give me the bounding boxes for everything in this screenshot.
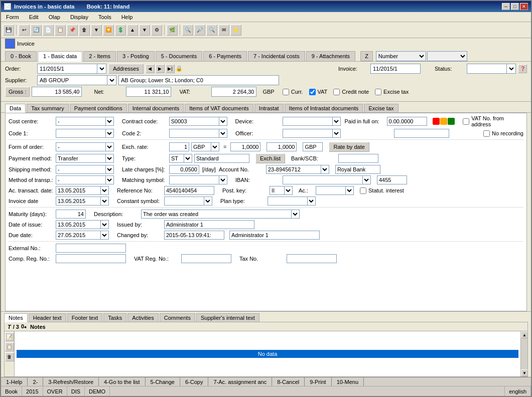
order-input[interactable]	[37, 64, 97, 74]
status-select[interactable]: ▼	[507, 64, 516, 74]
constant-symbol-input[interactable]	[164, 196, 204, 206]
payment-method-input[interactable]	[56, 154, 106, 163]
gross-input[interactable]	[32, 87, 82, 97]
data-tab-vat-items[interactable]: Items of VAT documents	[185, 104, 253, 112]
type-code-select[interactable]: ▼	[184, 154, 192, 163]
tb-new[interactable]: 📄	[43, 25, 54, 36]
tab-attachments[interactable]: 9 - Attachments	[306, 51, 355, 61]
matching-select[interactable]: ▼	[219, 175, 227, 184]
type-value-input[interactable]	[194, 154, 249, 163]
net-input[interactable]	[126, 87, 171, 97]
func-print[interactable]: 9-Print	[305, 377, 331, 386]
iban-select[interactable]: ▼	[363, 175, 371, 184]
issued-by-input[interactable]	[164, 220, 254, 229]
ac-transact-select[interactable]: ▼	[101, 186, 109, 195]
order-select[interactable]: ▼	[97, 64, 106, 74]
credit-note-checkbox[interactable]	[333, 89, 340, 95]
notes-btn1[interactable]: 📝	[5, 332, 14, 341]
invoice-date-input[interactable]	[56, 196, 101, 206]
scroll-down-button[interactable]: ▼	[521, 369, 528, 376]
exch-currency-input[interactable]	[191, 142, 211, 151]
rate-currency-input[interactable]	[303, 142, 323, 151]
date-issue-select[interactable]: ▼	[101, 220, 109, 229]
status-input[interactable]	[467, 64, 507, 74]
notes-tab-supplier-text[interactable]: Supplier's internal text	[196, 313, 259, 322]
invoice-date-select[interactable]: ▼	[101, 196, 109, 206]
mini-btn3[interactable]: ▶|	[166, 64, 175, 73]
tb-delete[interactable]: 🗑	[79, 25, 90, 36]
contract-code-input[interactable]	[169, 117, 219, 126]
rate1-input[interactable]	[230, 142, 260, 151]
transp-input[interactable]	[56, 175, 106, 184]
code1-select[interactable]: ▼	[106, 129, 114, 138]
curr-checkbox[interactable]	[283, 89, 289, 95]
rate-by-date-button[interactable]: Rate by date	[329, 142, 369, 152]
tb-search1[interactable]: 🔍	[182, 25, 193, 36]
tb-star[interactable]: ⭐	[230, 25, 241, 36]
tb-search2[interactable]: 🔎	[194, 25, 205, 36]
supplier-input[interactable]	[37, 75, 107, 85]
tab-basic-data[interactable]: 1 - Basic data	[38, 51, 82, 62]
no-recording-checkbox[interactable]	[483, 130, 490, 137]
code1-input[interactable]	[56, 129, 106, 138]
mini-btn1[interactable]: ◀	[146, 64, 155, 73]
gross-button[interactable]: Gross :	[5, 87, 30, 97]
menu-edit[interactable]: Edit	[26, 14, 42, 21]
tab-book[interactable]: 0 - Book	[5, 51, 37, 61]
post-key-input[interactable]	[270, 186, 285, 195]
code2-input[interactable]	[169, 129, 219, 138]
notes-btn2[interactable]: 📋	[5, 342, 14, 351]
tb-filter[interactable]: ▼	[91, 25, 102, 36]
comp-reg-input[interactable]	[56, 254, 126, 263]
changed-by-input[interactable]	[229, 231, 320, 240]
paid-in-full-input[interactable]	[387, 117, 427, 126]
tab-posting[interactable]: 3 - Posting	[117, 51, 155, 61]
exch-rate-input[interactable]	[169, 142, 189, 151]
tax-no-input[interactable]	[287, 254, 337, 263]
statut-interest-checkbox[interactable]	[360, 187, 366, 194]
data-tab-data[interactable]: Data	[5, 104, 26, 113]
notes-btn3[interactable]: 🗑	[5, 352, 14, 361]
tab-z[interactable]: Z	[360, 51, 373, 61]
ac-input[interactable]	[316, 186, 346, 195]
plan-type-input[interactable]	[268, 196, 308, 206]
menu-form[interactable]: Form	[3, 14, 22, 21]
vat-checkbox[interactable]	[309, 89, 316, 95]
tb-filter2[interactable]: 🔽	[103, 25, 114, 36]
shipping-select[interactable]: ▼	[106, 165, 114, 174]
func-help[interactable]: 1-Help	[1, 377, 28, 386]
iban-value-input[interactable]	[377, 175, 407, 184]
contract-code-select[interactable]: ▼	[219, 117, 227, 126]
tab-documents[interactable]: 5 - Documents	[156, 51, 203, 61]
exch-currency-select[interactable]: ▼	[211, 142, 219, 151]
maturity-input[interactable]	[56, 210, 86, 219]
maximize-button[interactable]: □	[511, 3, 519, 10]
scroll-up-button[interactable]: ▲	[521, 331, 528, 338]
supplier-select[interactable]: ▼	[107, 75, 116, 85]
device-select[interactable]: ▼	[333, 117, 341, 126]
func-ac-assignment[interactable]: 7-Ac. assignment anc	[208, 377, 272, 386]
matching-input[interactable]	[169, 175, 219, 184]
notes-tab-comments[interactable]: Comments	[160, 313, 195, 322]
tb-copy[interactable]: 📋	[55, 25, 66, 36]
func-cancel[interactable]: 8-Cancel	[272, 377, 305, 386]
iban-input[interactable]	[283, 175, 363, 184]
menu-olap[interactable]: Olap	[46, 14, 63, 21]
due-date-input[interactable]	[56, 231, 101, 240]
description-select[interactable]: ▼	[292, 210, 300, 219]
reference-no-input[interactable]	[164, 186, 214, 195]
addresses-button[interactable]: Addresses	[108, 64, 144, 74]
ac-select[interactable]: ▼	[346, 186, 354, 195]
notes-tab-notes[interactable]: Notes	[4, 313, 28, 322]
data-tab-intrastat-items[interactable]: Items of Intrastat documents	[285, 104, 363, 112]
excise-tax-checkbox[interactable]	[375, 89, 381, 95]
data-tab-payment[interactable]: Payment conditions	[70, 104, 127, 112]
ac-transact-input[interactable]	[56, 186, 101, 195]
close-button[interactable]: ✕	[520, 3, 528, 10]
notes-tab-activities[interactable]: Activities	[127, 313, 158, 322]
changed-by-date-input[interactable]	[164, 231, 224, 240]
shipping-input[interactable]	[56, 165, 106, 174]
tb-up[interactable]: ▲	[127, 25, 138, 36]
mini-btn2[interactable]: ▶	[156, 64, 165, 73]
tb-tool1[interactable]: 🌿	[167, 25, 178, 36]
